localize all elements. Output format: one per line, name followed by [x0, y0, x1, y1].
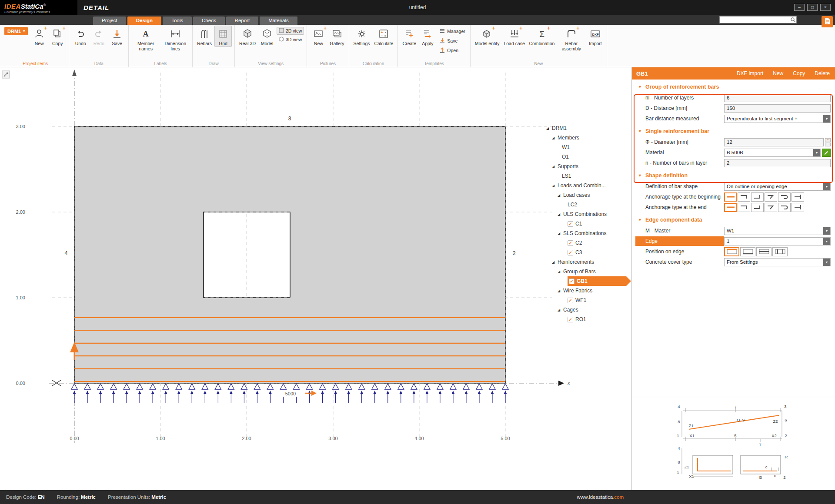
checkbox-icon[interactable]: ✓ [568, 240, 573, 246]
tree-item-drm1[interactable]: ◢DRM1 [546, 123, 631, 133]
help-document-button[interactable] [822, 16, 833, 27]
checkbox-icon[interactable]: ✓ [568, 250, 573, 255]
anchorage-head-button[interactable] [792, 203, 804, 212]
new-header-button[interactable]: New [773, 70, 783, 76]
bar-shape-definition-select[interactable]: On outline or opening edge ▼ [724, 182, 831, 191]
calculate-button[interactable]: +×−= Calculate [373, 26, 395, 47]
concrete-cover-type-select[interactable]: From Settings ▼ [724, 258, 831, 266]
new-picture-button[interactable]: + New [310, 26, 327, 47]
new-rebar-assembly-button[interactable]: + Rebar assembly [557, 26, 586, 52]
view-2d-toggle[interactable]: 2D view [277, 27, 304, 35]
number-of-layers-input[interactable] [724, 94, 831, 102]
collapse-triangle-icon[interactable]: ▼ [638, 129, 642, 133]
anchorage-hook-135-button[interactable] [765, 203, 777, 212]
position-top-button[interactable] [724, 247, 739, 256]
tree-item-wire-fabrics[interactable]: ◢Wire Fabrics [546, 286, 631, 295]
apply-template-button[interactable]: Apply [419, 26, 436, 47]
collapse-triangle-icon[interactable]: ▼ [638, 85, 642, 89]
template-manager-button[interactable]: Manager [437, 27, 467, 36]
bar-distance-input[interactable] [724, 104, 831, 113]
tree-expander-icon[interactable]: ◢ [552, 136, 557, 140]
checkbox-icon[interactable]: ✓ [568, 317, 573, 322]
tree-item-group-of-bars[interactable]: ◢Group of Bars [546, 267, 631, 276]
template-open-button[interactable]: Open [437, 46, 467, 55]
tree-expander-icon[interactable]: ◢ [552, 165, 557, 169]
redo-button[interactable]: Redo [90, 26, 107, 47]
anchorage-straight-button[interactable] [724, 203, 737, 212]
checkbox-icon[interactable]: ✓ [568, 221, 573, 227]
tab-design[interactable]: Design [127, 17, 161, 25]
grid-toggle-button[interactable]: Grid [214, 26, 232, 47]
view-3d-toggle[interactable]: 3D view [277, 36, 304, 43]
tree-item-ls1[interactable]: LS1 [546, 171, 631, 181]
stepper-increase-button[interactable]: + [825, 138, 831, 142]
tree-expander-icon[interactable]: ◢ [558, 289, 562, 293]
tab-report[interactable]: Report [226, 17, 259, 25]
tree-expander-icon[interactable]: ◢ [558, 270, 562, 274]
dimension-lines-button[interactable]: Dimension lines [161, 26, 190, 52]
tree-item-o1[interactable]: O1 [546, 152, 631, 162]
edge-select[interactable]: 1 ▼ [724, 237, 831, 245]
new-load-case-button[interactable]: + Load case [502, 26, 526, 47]
diameter-input[interactable] [724, 138, 824, 146]
stepper-decrease-button[interactable]: − [825, 143, 831, 146]
bars-in-layer-input[interactable] [724, 159, 831, 167]
model-view-button[interactable]: Model [258, 26, 276, 47]
member-names-button[interactable]: A Member names [131, 26, 160, 52]
tree-expander-icon[interactable]: ◢ [558, 212, 562, 216]
tree-expander-icon[interactable]: ◢ [552, 260, 557, 264]
position-middle-button[interactable] [756, 247, 772, 256]
structure-view[interactable]: x 5000 [0, 67, 631, 490]
drawing-canvas[interactable]: x 5000 [0, 67, 631, 490]
tree-item-lc2[interactable]: LC2 [546, 200, 631, 209]
tree-expander-icon[interactable]: ◢ [558, 232, 562, 235]
tree-item-load-cases[interactable]: ◢Load cases [546, 190, 631, 200]
tree-item-wf1[interactable]: ✓WF1 [546, 295, 631, 305]
tab-check[interactable]: Check [193, 17, 225, 25]
tree-item-sls-combinations[interactable]: ◢SLS Combinations [546, 229, 631, 238]
anchorage-straight-button[interactable] [724, 192, 737, 202]
checkbox-icon[interactable]: ✓ [568, 298, 573, 303]
rebars-button[interactable]: Rebars [195, 26, 214, 47]
tab-tools[interactable]: Tools [163, 17, 192, 25]
tree-item-loads-and-combinations[interactable]: ◢Loads and Combin... [546, 181, 631, 190]
tree-expander-icon[interactable]: ◢ [558, 308, 562, 312]
search-icon[interactable] [789, 17, 796, 23]
anchorage-hook-up-button[interactable] [751, 203, 764, 212]
settings-button[interactable]: Settings [352, 26, 372, 47]
website-link[interactable]: www.ideastatica.com [577, 494, 624, 500]
checkbox-icon[interactable]: ✓ [569, 279, 574, 284]
tree-item-gb1[interactable]: ✓GB1 [546, 276, 631, 286]
create-template-button[interactable]: Create [401, 26, 418, 47]
minimize-button[interactable]: – [794, 4, 805, 11]
delete-header-button[interactable]: Delete [815, 70, 830, 76]
position-bottom-button[interactable] [740, 247, 755, 256]
tab-materials[interactable]: Materials [260, 17, 297, 25]
tree-expander-icon[interactable]: ◢ [546, 126, 551, 130]
anchorage-head-button[interactable] [792, 192, 804, 202]
tree-item-cages[interactable]: ◢Cages [546, 305, 631, 315]
material-select[interactable]: B 500B ▼ [724, 149, 821, 157]
tree-item-uls-combinations[interactable]: ◢ULS Combinations [546, 209, 631, 219]
tree-expander-icon[interactable]: ◢ [558, 193, 562, 197]
section-group-of-reinforcement-bars[interactable]: ▼ Group of reinforcement bars [632, 81, 835, 93]
tree-expander-icon[interactable]: ◢ [552, 184, 557, 188]
section-edge-component-data[interactable]: ▼ Edge component data [632, 214, 835, 225]
anchorage-hook-down-button[interactable] [738, 192, 750, 202]
search-input[interactable] [720, 17, 789, 23]
dxf-import-button[interactable]: DXF Import [587, 26, 604, 47]
tree-item-ro1[interactable]: ✓RO1 [546, 315, 631, 324]
dxf-import-header-button[interactable]: DXF Import [737, 70, 763, 76]
tree-item-c1[interactable]: ✓C1 [546, 219, 631, 229]
tree-item-c3[interactable]: ✓C3 [546, 248, 631, 257]
real-3d-button[interactable]: Real 3D [237, 26, 257, 47]
position-both-sides-button[interactable] [772, 247, 788, 256]
template-save-button[interactable]: Save [437, 36, 467, 45]
copy-header-button[interactable]: Copy [793, 70, 805, 76]
collapse-triangle-icon[interactable]: ▼ [638, 218, 642, 222]
tree-item-supports[interactable]: ◢Supports [546, 162, 631, 171]
anchorage-hook-up-button[interactable] [751, 192, 764, 202]
new-model-entity-button[interactable]: + Model entity [473, 26, 501, 47]
save-button[interactable]: Save [108, 26, 126, 47]
bar-distance-measured-select[interactable]: Perpendicular to first segment + ▼ [724, 115, 831, 123]
